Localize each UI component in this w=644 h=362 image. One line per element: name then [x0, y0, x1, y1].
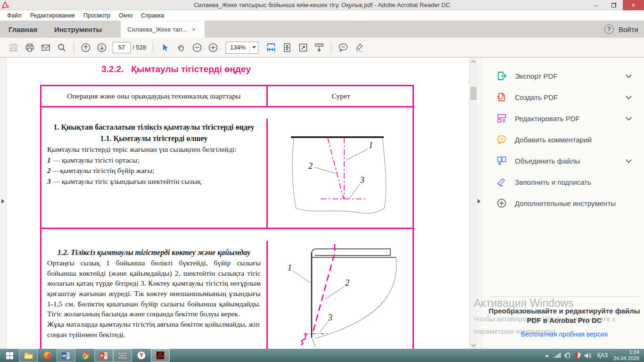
legend-item: 1 — қымтаулы тігісті ортасы;	[47, 155, 261, 166]
print-icon	[25, 43, 34, 52]
fit-page-button[interactable]	[279, 41, 295, 55]
battery-icon[interactable]	[564, 353, 571, 358]
scroll-up-button[interactable]	[470, 58, 478, 65]
row1-intro: Қымтаулы тігістерді теріс жағынан үш сыз…	[47, 144, 261, 155]
tab-tools[interactable]: Инструменты	[46, 21, 110, 38]
fullscreen-button[interactable]	[295, 41, 311, 55]
tool-edit-pdf[interactable]: Редактировать PDF	[482, 110, 644, 126]
taskbar-yandex[interactable]: Y	[132, 349, 151, 362]
chevron-down-icon[interactable]	[626, 93, 632, 99]
open-left-pane-icon[interactable]	[1, 199, 4, 204]
previous-page-button[interactable]	[78, 41, 94, 55]
tool-combine-files[interactable]: Объединить файлы	[482, 153, 644, 169]
taskbar-powerpoint[interactable]: P	[94, 349, 113, 362]
fit-page-icon	[282, 42, 292, 53]
print-button[interactable]	[22, 41, 38, 55]
tool-create-pdf[interactable]: Создать PDF	[482, 89, 644, 105]
acrobat-app-icon	[2, 2, 9, 8]
table-header-figure: Сурет	[268, 86, 414, 107]
minimize-button[interactable]: –	[587, 0, 605, 10]
pdf-page[interactable]: 3.2.2. Қымтаулы тігістерді өңдеу Операци…	[7, 58, 469, 349]
tool-export-pdf[interactable]: Экспорт PDF	[482, 68, 644, 84]
tool-label: Экспорт PDF	[515, 72, 627, 80]
svg-text:1: 1	[288, 263, 292, 272]
minus-circle-icon	[192, 42, 202, 53]
comment-tool-button[interactable]	[335, 41, 351, 55]
taskbar-acrobat[interactable]	[151, 349, 170, 362]
menu-file[interactable]: Файл	[3, 12, 26, 19]
document-scrollbar[interactable]	[469, 58, 477, 349]
bricks-icon	[118, 352, 127, 359]
chevron-down-icon[interactable]	[626, 157, 632, 163]
free-trial-link[interactable]: Бесплатная пробная версия	[488, 330, 640, 338]
highlight-tool-button[interactable]	[351, 41, 367, 55]
operations-table: Операция және оны орындаудың техникалық …	[40, 85, 414, 349]
taskbar-word[interactable]: W	[57, 349, 75, 362]
close-tab-icon[interactable]: ×	[192, 26, 196, 33]
menu-view[interactable]: Просмотр	[79, 12, 115, 19]
menu-window[interactable]: Окно	[115, 12, 137, 19]
chevron-down-icon[interactable]	[626, 115, 632, 121]
tool-label: Редактировать PDF	[515, 115, 627, 123]
chevron-down-icon[interactable]	[626, 72, 632, 78]
start-button[interactable]	[0, 349, 19, 362]
save-button[interactable]	[6, 41, 22, 55]
zoom-out-button[interactable]	[189, 41, 205, 55]
clock[interactable]: 1:24 24.04.2020	[613, 349, 641, 361]
tool-more-tools[interactable]: Дополнительные инструменты	[482, 195, 644, 211]
scrollbar-thumb[interactable]	[471, 87, 477, 100]
sign-in-button[interactable]: Войти	[619, 25, 638, 33]
close-button[interactable]: ×	[623, 0, 644, 10]
restore-button[interactable]	[605, 0, 623, 10]
network-icon[interactable]	[553, 353, 561, 358]
scroll-down-button[interactable]	[470, 341, 478, 349]
word-icon: W	[62, 352, 70, 360]
taskbar-firefox[interactable]	[38, 349, 57, 362]
hand-tool-button[interactable]	[173, 41, 189, 55]
hidden-icons-button[interactable]	[545, 354, 549, 357]
zoom-in-button[interactable]	[205, 41, 221, 55]
defender-shield-icon[interactable]	[575, 352, 581, 359]
hand-icon	[176, 43, 186, 52]
language-indicator[interactable]: ҚАЗ	[595, 352, 610, 359]
taskbar-file-explorer[interactable]	[19, 349, 38, 362]
fullscreen-icon	[298, 42, 308, 53]
tool-label: Дополнительные инструменты	[515, 199, 644, 207]
save-icon	[9, 43, 18, 52]
search-button[interactable]	[54, 41, 70, 55]
zoom-caret-icon	[252, 46, 256, 49]
taskbar-bricks-app[interactable]	[113, 349, 132, 362]
zoom-level-select[interactable]: 134%	[226, 41, 258, 54]
zoom-level-value: 134%	[226, 44, 249, 51]
menu-bar: Файл Редактирование Просмотр Окно Справк…	[0, 10, 644, 21]
figure-marking-lines: 1 2 3	[268, 119, 414, 229]
legend-item: 2 —қымтаулы тігістің бүйір жағы;	[47, 165, 261, 176]
email-button[interactable]	[38, 41, 54, 55]
select-tool-button[interactable]	[157, 41, 173, 55]
fill-sign-icon	[496, 176, 507, 188]
volume-icon[interactable]	[585, 353, 592, 359]
taskbar-chrome[interactable]	[75, 349, 94, 362]
help-icon[interactable]: ?	[604, 25, 614, 34]
scroll-down-icon	[471, 342, 476, 346]
section-heading: 3.2.2. Қымтаулы тігістерді өңдеу	[101, 64, 251, 74]
tab-document-label: Силаева_Жеке тап...	[127, 26, 187, 33]
acrobat-promo: Преобразовывайте и редактируйте файлы PD…	[488, 306, 640, 338]
page-down-icon	[97, 42, 107, 53]
tool-add-comment[interactable]: Добавить комментарий	[482, 132, 644, 148]
tab-bar: Главная Инструменты Силаева_Жеке тап... …	[0, 21, 644, 38]
scroll-mode-button[interactable]	[311, 41, 327, 55]
menu-help[interactable]: Справка	[137, 12, 168, 19]
tools-panel-handle[interactable]	[477, 58, 482, 349]
tab-document[interactable]: Силаева_Жеке тап... ×	[121, 21, 205, 38]
fit-width-button[interactable]	[263, 41, 279, 55]
tool-fill-sign[interactable]: Заполнить и подписать	[482, 174, 644, 190]
next-page-button[interactable]	[94, 41, 110, 55]
tray-date: 24.04.2020	[613, 355, 639, 362]
menu-edit[interactable]: Редактирование	[26, 12, 79, 19]
page-number-input[interactable]: 57	[113, 42, 131, 53]
svg-text:2: 2	[345, 278, 349, 288]
tab-home[interactable]: Главная	[0, 21, 46, 38]
legend-item: 3 — қымтаулы тігіс ұзындығын шектейтін с…	[47, 176, 261, 187]
table-header-operation: Операция және оны орындаудың техникалық …	[41, 86, 268, 107]
